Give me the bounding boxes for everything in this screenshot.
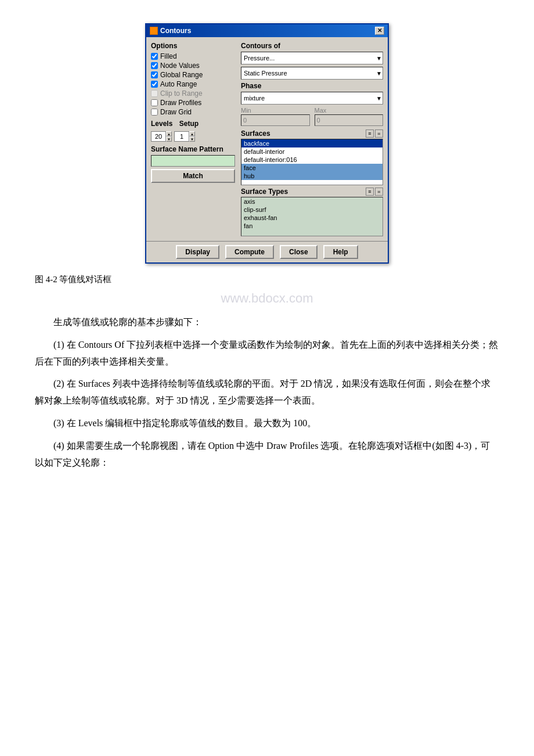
paragraph-4: (4) 如果需要生成一个轮廓视图，请在 Option 中选中 Draw Prof… xyxy=(35,438,499,471)
surfaces-list-icons: ≡ = xyxy=(366,129,383,138)
checkbox-global-range-input[interactable] xyxy=(151,71,158,78)
paragraph-1: (1) 在 Contours Of 下拉列表框中选择一个变量或函数作为绘制的对象… xyxy=(35,337,499,370)
min-input[interactable] xyxy=(241,114,310,126)
setup-spinbox[interactable]: ▲ ▼ xyxy=(174,131,195,142)
surfaces-listbox[interactable]: backface default-interior default-interi… xyxy=(241,139,383,185)
paragraph-3: (3) 在 Levels 编辑框中指定轮廓或等值线的数目。最大数为 100。 xyxy=(35,415,499,432)
dialog-footer: Display Compute Close Help xyxy=(146,241,388,262)
levels-up-arrow[interactable]: ▲ xyxy=(166,131,172,136)
left-panel: Options Filled Node Values Global Range … xyxy=(151,42,235,236)
surface-item-default-interior-016[interactable]: default-interior:016 xyxy=(241,156,383,164)
type-item-exhaust-fan[interactable]: exhaust-fan xyxy=(241,214,383,222)
min-col: Min xyxy=(241,107,310,126)
phase-select-wrapper[interactable]: mixture phase-1 phase-2 ▼ xyxy=(241,92,383,105)
surface-name-label: Surface Name Pattern xyxy=(151,145,235,153)
caption-text: 图 4-2 等值线对话框 xyxy=(35,274,499,285)
checkbox-draw-profiles[interactable]: Draw Profiles xyxy=(151,99,235,107)
static-pressure-select-wrapper[interactable]: Static Pressure Dynamic Pressure Total P… xyxy=(241,67,383,80)
type-item-axis[interactable]: axis xyxy=(241,197,383,206)
checkbox-global-range-label: Global Range xyxy=(160,71,203,79)
surface-types-header: Surface Types ≡ = xyxy=(241,188,383,196)
type-item-clip-surf[interactable]: clip-surf xyxy=(241,206,383,214)
contours-dialog: Contours ✕ Options Filled Node Values G xyxy=(145,23,389,264)
checkbox-filled-input[interactable] xyxy=(151,53,158,60)
surface-types-icon1[interactable]: ≡ xyxy=(366,188,374,196)
checkbox-auto-range-label: Auto Range xyxy=(160,80,197,88)
phase-label: Phase xyxy=(241,82,383,90)
checkbox-node-values[interactable]: Node Values xyxy=(151,62,235,70)
contours-of-select[interactable]: Pressure... Velocity... Temperature... xyxy=(241,52,383,64)
surface-types-label: Surface Types xyxy=(241,188,288,196)
checkbox-clip-to-range-label: Clip to Range xyxy=(160,89,203,98)
paragraph-0: 生成等值线或轮廓的基本步骤如下： xyxy=(35,314,499,331)
checkbox-clip-to-range-input[interactable] xyxy=(151,90,158,97)
surface-types-icon2[interactable]: = xyxy=(375,188,383,196)
display-button[interactable]: Display xyxy=(176,245,219,259)
close-button[interactable]: Close xyxy=(280,245,317,259)
paragraph-2: (2) 在 Surfaces 列表中选择待绘制等值线或轮廓的平面。对于 2D 情… xyxy=(35,376,499,409)
contours-of-select-wrapper[interactable]: Pressure... Velocity... Temperature... ▼ xyxy=(241,52,383,64)
setup-up-arrow[interactable]: ▲ xyxy=(189,131,195,136)
levels-spinbox[interactable]: ▲ ▼ xyxy=(151,131,172,142)
checkbox-filled-label: Filled xyxy=(160,52,177,60)
checkbox-clip-to-range[interactable]: Clip to Range xyxy=(151,89,235,98)
checkbox-draw-profiles-label: Draw Profiles xyxy=(160,99,201,107)
levels-input[interactable] xyxy=(151,131,166,142)
match-button[interactable]: Match xyxy=(151,169,235,183)
surface-name-input[interactable] xyxy=(151,155,235,167)
checkbox-draw-grid-input[interactable] xyxy=(151,109,158,116)
options-label: Options xyxy=(151,42,235,50)
dialog-title-icon xyxy=(150,27,158,35)
checkbox-filled[interactable]: Filled xyxy=(151,52,235,60)
surfaces-icon2[interactable]: = xyxy=(375,129,383,138)
surfaces-header: Surfaces ≡ = xyxy=(241,129,383,138)
checkbox-draw-profiles-input[interactable] xyxy=(151,99,158,106)
setup-down-arrow[interactable]: ▼ xyxy=(189,136,195,142)
checkbox-global-range[interactable]: Global Range xyxy=(151,71,235,79)
contours-of-label: Contours of xyxy=(241,42,383,50)
compute-button[interactable]: Compute xyxy=(225,245,274,259)
surface-item-face[interactable]: face xyxy=(241,164,383,172)
dialog-wrapper: Contours ✕ Options Filled Node Values G xyxy=(35,23,499,264)
surfaces-icon1[interactable]: ≡ xyxy=(366,129,374,138)
dialog-body: Options Filled Node Values Global Range … xyxy=(146,37,388,241)
surface-item-hub[interactable]: hub xyxy=(241,172,383,180)
surfaces-label: Surfaces xyxy=(241,129,270,138)
max-label: Max xyxy=(315,107,384,114)
surface-types-list-icons: ≡ = xyxy=(366,188,383,196)
static-pressure-select[interactable]: Static Pressure Dynamic Pressure Total P… xyxy=(241,67,383,80)
help-button[interactable]: Help xyxy=(323,245,358,259)
checkbox-draw-grid[interactable]: Draw Grid xyxy=(151,108,235,116)
right-panel: Contours of Pressure... Velocity... Temp… xyxy=(241,42,383,236)
levels-down-arrow[interactable]: ▼ xyxy=(166,136,172,142)
titlebar-left: Contours xyxy=(150,27,191,35)
levels-arrows: ▲ ▼ xyxy=(166,131,172,142)
dialog-title: Contours xyxy=(160,27,191,35)
min-label: Min xyxy=(241,107,310,114)
checkbox-auto-range[interactable]: Auto Range xyxy=(151,80,235,88)
type-item-fan[interactable]: fan xyxy=(241,222,383,230)
checkbox-auto-range-input[interactable] xyxy=(151,81,158,88)
surface-item-backface[interactable]: backface xyxy=(241,139,383,147)
min-max-row: Min Max xyxy=(241,107,383,126)
surface-item-default-interior[interactable]: default-interior xyxy=(241,147,383,156)
levels-label: Levels xyxy=(151,120,172,128)
levels-setup-row: Levels Setup xyxy=(151,120,235,128)
dialog-titlebar: Contours ✕ xyxy=(146,24,388,37)
max-input[interactable] xyxy=(315,114,384,126)
checkbox-draw-grid-label: Draw Grid xyxy=(160,108,192,116)
surface-types-listbox[interactable]: axis clip-surf exhaust-fan fan xyxy=(241,197,383,236)
setup-label: Setup xyxy=(179,120,199,128)
max-col: Max xyxy=(315,107,384,126)
phase-select[interactable]: mixture phase-1 phase-2 xyxy=(241,92,383,105)
close-icon[interactable]: ✕ xyxy=(375,27,384,35)
watermark: www.bdocx.com xyxy=(35,291,499,306)
setup-input[interactable] xyxy=(174,131,189,142)
checkbox-node-values-input[interactable] xyxy=(151,62,158,69)
setup-arrows: ▲ ▼ xyxy=(189,131,195,142)
spinbox-row: ▲ ▼ ▲ ▼ xyxy=(151,131,235,142)
checkbox-node-values-label: Node Values xyxy=(160,62,200,70)
